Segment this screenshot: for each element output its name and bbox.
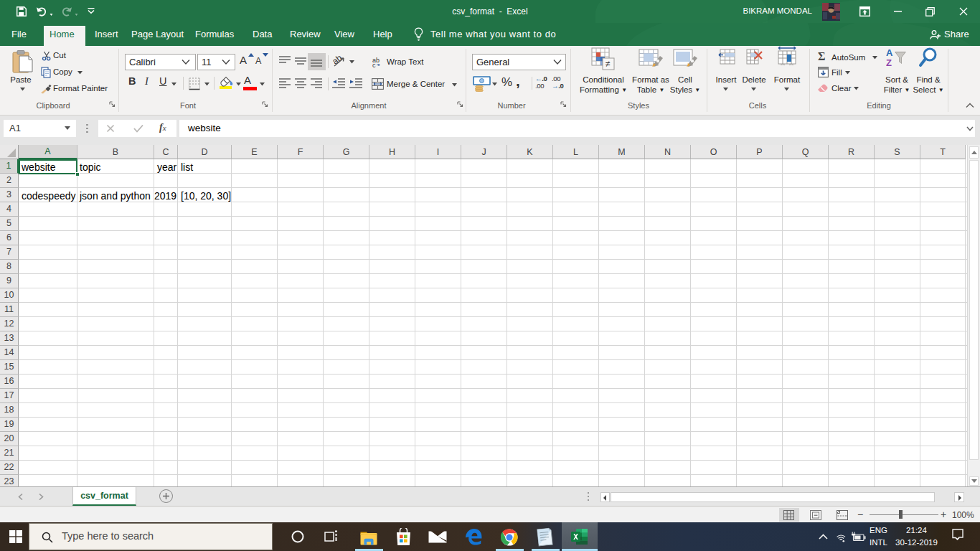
svg-text:≠: ≠ [606,59,611,69]
svg-text:A: A [886,47,893,58]
svg-text:c: c [372,62,376,67]
svg-text:Z: Z [886,57,892,68]
